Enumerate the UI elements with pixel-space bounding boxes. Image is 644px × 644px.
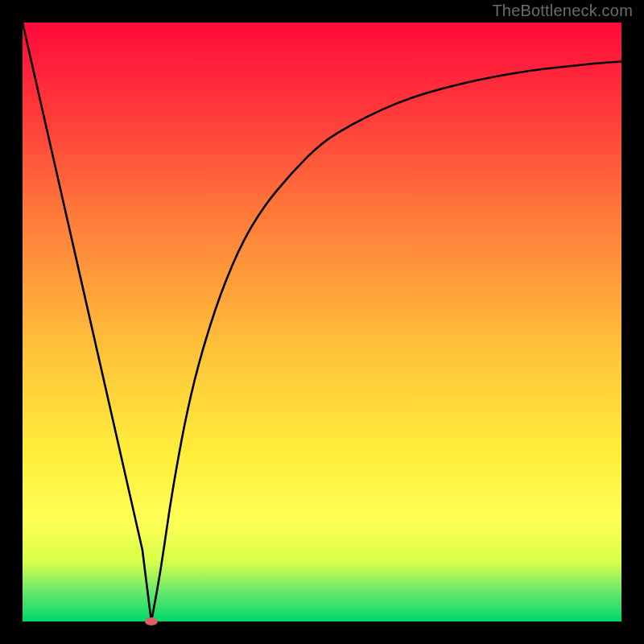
minimum-marker bbox=[145, 617, 158, 625]
watermark-label: TheBottleneck.com bbox=[492, 2, 633, 20]
chart-container: TheBottleneck.com bbox=[0, 0, 644, 644]
plot-area bbox=[23, 23, 621, 621]
bottleneck-chart bbox=[0, 0, 644, 644]
